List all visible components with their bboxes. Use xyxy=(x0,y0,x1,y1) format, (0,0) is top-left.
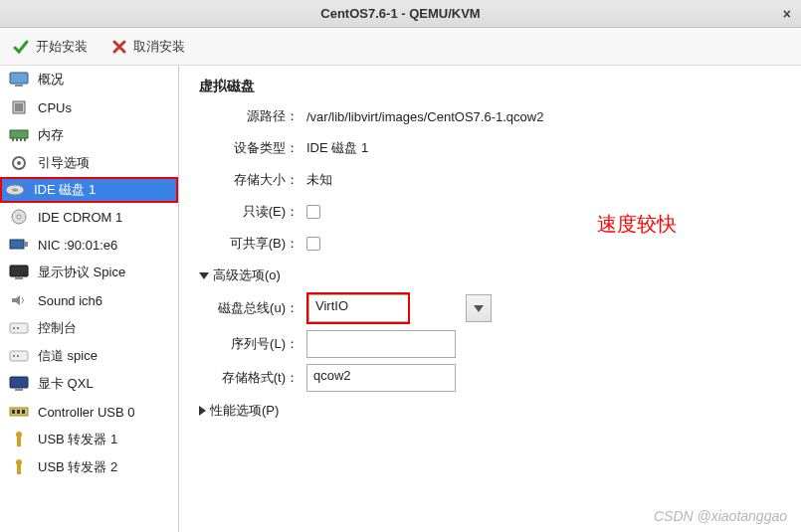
storage-size-label: 存储大小： xyxy=(199,171,299,189)
svg-rect-4 xyxy=(10,130,28,138)
disk-icon xyxy=(4,180,26,200)
main-area: 概况 CPUs 内存 引导选项 IDE 磁盘 1 IDE CDROM 1 NIC… xyxy=(0,66,801,532)
serial-label: 序列号(L)： xyxy=(199,335,299,353)
sidebar-item-label: 引导选项 xyxy=(38,154,90,172)
sidebar-item-sound[interactable]: Sound ich6 xyxy=(0,286,178,314)
check-icon xyxy=(12,38,30,56)
gear-icon xyxy=(8,153,30,173)
svg-rect-34 xyxy=(17,464,21,474)
svg-point-21 xyxy=(17,327,19,329)
svg-point-10 xyxy=(17,161,21,165)
sidebar-item-display[interactable]: 显示协议 Spice xyxy=(0,259,178,286)
cpu-icon xyxy=(8,97,30,117)
svg-rect-32 xyxy=(17,437,21,446)
sidebar-item-usb-redir-1[interactable]: USB 转发器 1 xyxy=(0,426,178,453)
window-title: CentOS7.6-1 - QEMU/KVM xyxy=(320,6,480,21)
sidebar-item-nic[interactable]: NIC :90:01:e6 xyxy=(0,231,178,259)
sidebar-item-video[interactable]: 显卡 QXL xyxy=(0,370,178,398)
storage-format-input[interactable]: qcow2 xyxy=(306,364,456,392)
svg-point-14 xyxy=(17,215,21,219)
start-install-label: 开始安装 xyxy=(36,38,88,56)
disk-bus-input[interactable]: VirtIO xyxy=(308,294,408,322)
svg-rect-8 xyxy=(24,138,26,141)
triangle-right-icon xyxy=(199,406,206,416)
performance-options-label: 性能选项(P) xyxy=(210,402,279,420)
svg-rect-30 xyxy=(22,410,25,414)
sidebar-item-label: USB 转发器 2 xyxy=(38,458,117,476)
sidebar-item-channel[interactable]: 信道 spice xyxy=(0,342,178,370)
memory-icon xyxy=(8,125,30,145)
console-icon xyxy=(8,318,30,338)
svg-rect-29 xyxy=(17,410,20,414)
toolbar: 开始安装 取消安装 xyxy=(0,28,801,66)
disk-bus-label: 磁盘总线(u)： xyxy=(199,299,299,317)
cdrom-icon xyxy=(8,207,30,227)
advanced-options-expander[interactable]: 高级选项(o) xyxy=(199,266,781,284)
video-icon xyxy=(8,374,30,394)
usb-icon xyxy=(8,457,30,477)
sidebar: 概况 CPUs 内存 引导选项 IDE 磁盘 1 IDE CDROM 1 NIC… xyxy=(0,66,179,532)
channel-icon xyxy=(8,346,30,366)
sidebar-item-label: USB 转发器 1 xyxy=(38,431,117,448)
svg-rect-16 xyxy=(24,242,28,247)
sidebar-item-label: 显卡 QXL xyxy=(38,375,94,393)
sidebar-item-boot[interactable]: 引导选项 xyxy=(0,149,178,177)
sidebar-item-cpus[interactable]: CPUs xyxy=(0,93,178,121)
svg-rect-3 xyxy=(15,103,23,111)
svg-rect-6 xyxy=(16,138,18,141)
sidebar-item-label: 概况 xyxy=(38,71,64,89)
sidebar-item-controller-usb[interactable]: Controller USB 0 xyxy=(0,398,178,426)
close-icon[interactable]: × xyxy=(783,6,791,22)
disk-bus-combo-highlight: VirtIO xyxy=(306,292,410,324)
svg-rect-28 xyxy=(12,410,15,414)
controller-icon xyxy=(8,402,30,422)
sidebar-item-label: Sound ich6 xyxy=(38,293,102,308)
shareable-checkbox[interactable] xyxy=(306,237,320,251)
sidebar-item-console[interactable]: 控制台 xyxy=(0,314,178,342)
row-disk-bus: 磁盘总线(u)： VirtIO xyxy=(199,292,781,324)
storage-format-label: 存储格式(t)： xyxy=(199,369,299,387)
sidebar-item-ide-cdrom-1[interactable]: IDE CDROM 1 xyxy=(0,203,178,231)
sidebar-item-label: CPUs xyxy=(38,100,72,115)
advanced-options-label: 高级选项(o) xyxy=(213,266,281,284)
start-install-button[interactable]: 开始安装 xyxy=(12,38,88,56)
sidebar-item-label: 控制台 xyxy=(38,319,77,337)
sidebar-item-usb-redir-2[interactable]: USB 转发器 2 xyxy=(0,453,178,481)
svg-rect-15 xyxy=(10,240,24,249)
disk-bus-dropdown-button[interactable] xyxy=(466,294,492,322)
performance-options-expander[interactable]: 性能选项(P) xyxy=(199,402,781,420)
svg-rect-26 xyxy=(15,389,23,391)
readonly-checkbox[interactable] xyxy=(306,205,320,219)
detail-panel: 虚拟磁盘 源路径： /var/lib/libvirt/images/CentOS… xyxy=(179,66,801,532)
cross-icon xyxy=(111,39,127,55)
sidebar-item-ide-disk-1[interactable]: IDE 磁盘 1 xyxy=(0,177,178,203)
watermark: CSDN @xiaotanggao xyxy=(654,508,787,524)
sidebar-item-memory[interactable]: 内存 xyxy=(0,121,178,149)
sound-icon xyxy=(8,290,30,310)
row-storage-size: 存储大小： 未知 xyxy=(199,167,781,193)
source-path-label: 源路径： xyxy=(199,107,299,125)
nic-icon xyxy=(8,235,30,255)
svg-rect-18 xyxy=(15,277,23,279)
shareable-label: 可共享(B)： xyxy=(199,235,299,253)
svg-rect-0 xyxy=(10,73,28,84)
chevron-down-icon xyxy=(474,305,484,312)
cancel-install-button[interactable]: 取消安装 xyxy=(111,38,185,56)
cancel-install-label: 取消安装 xyxy=(133,38,185,56)
sidebar-item-overview[interactable]: 概况 xyxy=(0,66,178,93)
source-path-value: /var/lib/libvirt/images/CentOS7.6-1.qcow… xyxy=(306,109,543,124)
serial-input[interactable] xyxy=(306,330,456,358)
sidebar-item-label: NIC :90:01:e6 xyxy=(38,238,117,253)
svg-point-12 xyxy=(12,189,18,192)
window-titlebar: CentOS7.6-1 - QEMU/KVM × xyxy=(0,0,801,28)
triangle-down-icon xyxy=(199,272,209,279)
display-icon xyxy=(8,263,30,282)
row-shareable: 可共享(B)： xyxy=(199,231,781,257)
svg-rect-1 xyxy=(15,85,23,87)
svg-rect-17 xyxy=(10,266,28,276)
sidebar-item-label: 信道 spice xyxy=(38,347,98,365)
sidebar-item-label: IDE 磁盘 1 xyxy=(34,181,96,199)
svg-point-20 xyxy=(13,327,15,329)
svg-rect-25 xyxy=(10,377,28,388)
row-device-type: 设备类型： IDE 磁盘 1 xyxy=(199,135,781,161)
